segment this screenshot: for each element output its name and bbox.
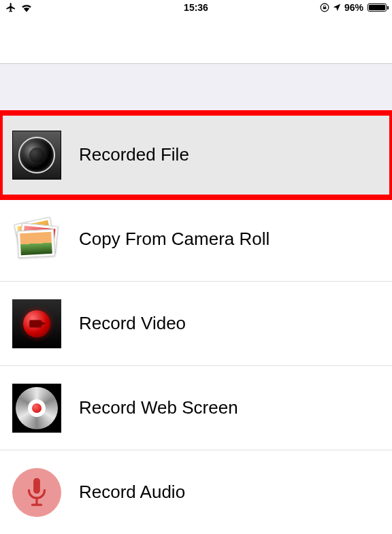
nav-bar [0,15,392,64]
menu-item-label: Recorded File [79,144,189,165]
photo-stack-icon [12,215,61,264]
menu-item-copy-camera-roll[interactable]: Copy From Camera Roll [0,197,392,282]
menu-item-label: Record Web Screen [79,397,238,418]
svg-rect-1 [33,478,40,493]
status-left [5,2,33,13]
location-icon [332,3,342,12]
content-spacer [0,64,392,113]
camera-lens-icon [12,131,61,180]
menu-item-record-web-screen[interactable]: Record Web Screen [0,366,392,450]
record-video-icon [12,299,61,348]
orientation-lock-icon [320,3,329,12]
status-bar: 15:36 96% [0,0,392,15]
status-time: 15:36 [184,2,208,13]
wifi-icon [20,3,33,12]
menu-item-record-audio[interactable]: Record Audio [0,450,392,534]
battery-icon [368,3,387,12]
disc-icon [12,384,61,433]
menu-item-label: Record Video [79,313,186,334]
menu-item-label: Copy From Camera Roll [79,229,270,250]
menu-list: Recorded File Copy From Camera Roll Reco… [0,113,392,534]
menu-item-label: Record Audio [79,482,185,503]
microphone-icon [12,468,61,517]
status-right: 96% [320,2,387,13]
airplane-mode-icon [5,2,16,13]
battery-percentage: 96% [344,2,363,13]
menu-item-record-video[interactable]: Record Video [0,282,392,366]
menu-item-recorded-file[interactable]: Recorded File [0,113,392,197]
